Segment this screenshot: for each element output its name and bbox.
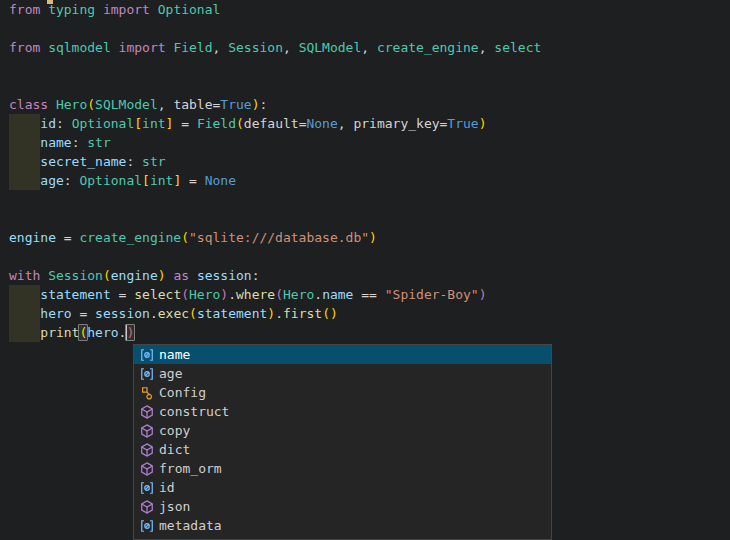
code-token: session	[197, 268, 252, 283]
code-token: str	[142, 154, 165, 169]
code-line-4	[0, 57, 730, 76]
code-line-1: from typing import Optional	[0, 0, 730, 19]
code-token	[9, 325, 40, 340]
code-token: create_engine	[79, 230, 181, 245]
field-icon	[138, 480, 156, 496]
suggestion-label: construct	[159, 404, 229, 419]
code-token: as	[173, 268, 189, 283]
code-token: import	[103, 2, 150, 17]
code-token: )	[330, 306, 338, 321]
code-token: Hero	[189, 287, 220, 302]
code-token: :	[252, 268, 260, 283]
suggestion-item-name[interactable]: name	[134, 345, 551, 364]
code-token: None	[205, 173, 236, 188]
code-token: first	[283, 306, 322, 321]
suggestion-item-age[interactable]: age	[134, 364, 551, 383]
code-token: =	[56, 230, 79, 245]
code-token: hero	[40, 306, 71, 321]
code-token: ,	[213, 40, 229, 55]
code-line-17: hero = session.exec(statement).first()	[0, 304, 730, 323]
code-token: int	[142, 116, 165, 131]
code-token: True	[220, 97, 251, 112]
code-token	[189, 268, 197, 283]
class-icon	[138, 385, 156, 401]
code-line-2	[0, 19, 730, 38]
code-token: str	[87, 135, 110, 150]
code-token: )	[125, 324, 135, 341]
suggestion-item-id[interactable]: id	[134, 478, 551, 497]
code-token: where	[236, 287, 275, 302]
code-token: :	[56, 116, 72, 131]
suggestion-item-from_orm[interactable]: from_orm	[134, 459, 551, 478]
code-editor[interactable]: from typing import Optionalfrom sqlmodel…	[0, 0, 730, 540]
code-token: )	[479, 116, 487, 131]
code-token: ,	[283, 40, 299, 55]
code-token	[9, 306, 40, 321]
suggestion-label: json	[159, 499, 190, 514]
method-icon	[138, 499, 156, 515]
code-token: (	[236, 116, 244, 131]
code-token: )	[158, 268, 166, 283]
code-token: hero	[87, 325, 118, 340]
code-token: .	[275, 306, 283, 321]
code-token: (	[103, 268, 111, 283]
code-token: select	[134, 287, 181, 302]
code-line-15: with Session(engine) as session:	[0, 266, 730, 285]
code-token	[40, 2, 48, 17]
suggestion-label: copy	[159, 423, 190, 438]
code-token	[9, 135, 40, 150]
code-token: (	[181, 287, 189, 302]
code-token: SQLModel	[299, 40, 362, 55]
code-token: print	[40, 325, 79, 340]
code-token: (	[322, 306, 330, 321]
code-token: sqlmodel	[48, 40, 111, 55]
field-icon	[138, 347, 156, 363]
code-token: Optional	[72, 116, 135, 131]
field-icon	[138, 518, 156, 534]
code-token: :	[72, 135, 88, 150]
code-line-3: from sqlmodel import Field, Session, SQL…	[0, 38, 730, 57]
code-token: secret_name	[40, 154, 126, 169]
code-token: Hero	[283, 287, 314, 302]
code-token: class	[9, 97, 48, 112]
code-token	[9, 287, 40, 302]
suggestion-item-dict[interactable]: dict	[134, 440, 551, 459]
code-token: Field	[197, 116, 236, 131]
code-token: session	[95, 306, 150, 321]
code-line-16: statement = select(Hero).where(Hero.name…	[0, 285, 730, 304]
suggestion-item-metadata[interactable]: metadata	[134, 516, 551, 535]
code-token: Hero	[56, 97, 87, 112]
code-line-8: name: str	[0, 133, 730, 152]
code-area[interactable]: from typing import Optionalfrom sqlmodel…	[0, 0, 730, 342]
code-line-9: secret_name: str	[0, 152, 730, 171]
code-token: .	[314, 287, 322, 302]
code-token: (	[87, 97, 95, 112]
code-token: Field	[173, 40, 212, 55]
suggestion-label: from_orm	[159, 461, 222, 476]
code-token: exec	[158, 306, 189, 321]
code-token	[95, 2, 103, 17]
code-token: from	[9, 2, 40, 17]
code-token: from	[9, 40, 40, 55]
code-line-12	[0, 209, 730, 228]
code-token: table	[173, 97, 212, 112]
suggestion-label: name	[159, 347, 190, 362]
code-token	[9, 154, 40, 169]
code-token	[40, 268, 48, 283]
code-token: default	[244, 116, 299, 131]
code-token: )	[220, 287, 228, 302]
code-token	[48, 97, 56, 112]
suggestion-item-json[interactable]: json	[134, 497, 551, 516]
suggestion-label: Config	[159, 385, 206, 400]
code-token: .	[150, 306, 158, 321]
code-token: None	[306, 116, 337, 131]
code-token: int	[150, 173, 173, 188]
suggestion-item-copy[interactable]: copy	[134, 421, 551, 440]
code-line-7: id: Optional[int] = Field(default=None, …	[0, 114, 730, 133]
code-token	[40, 40, 48, 55]
suggestion-item-Config[interactable]: Config	[134, 383, 551, 402]
code-token: =	[173, 116, 196, 131]
suggestion-item-construct[interactable]: construct	[134, 402, 551, 421]
code-token: statement	[40, 287, 110, 302]
autocomplete-dropdown[interactable]: nameageConfigconstructcopydictfrom_ormid…	[133, 344, 552, 540]
